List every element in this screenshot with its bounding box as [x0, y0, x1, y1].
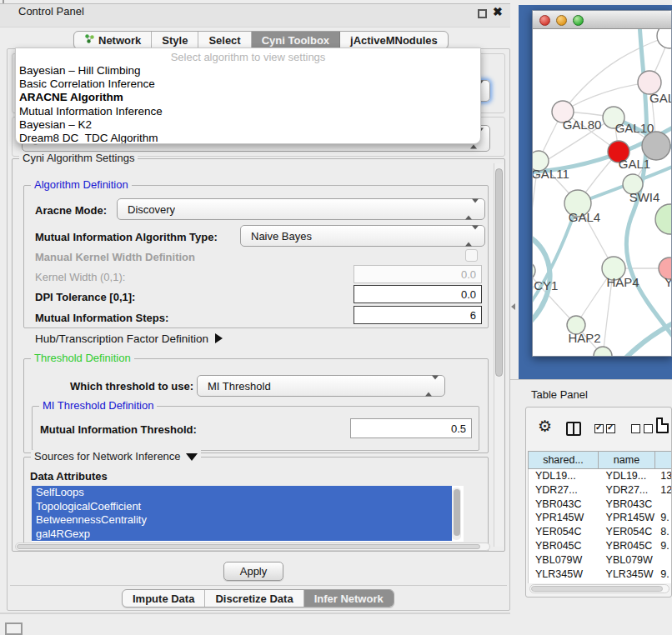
tab-infer-network[interactable]: Infer Network: [304, 590, 394, 607]
attributes-scrollbar[interactable]: [452, 488, 461, 540]
node-label: GAL2: [649, 91, 671, 105]
unchecked-checkbox-icon[interactable]: [631, 424, 640, 433]
table-cell: 9.: [655, 568, 672, 582]
splitter-collapse-icon[interactable]: [511, 303, 515, 310]
table-cell: YDR27...: [529, 483, 599, 498]
data-attribute-item[interactable]: TopologicalCoefficient: [32, 500, 452, 514]
algorithm-definition-title: Algorithm Definition: [31, 178, 132, 191]
table-cell: YIL052C: [529, 581, 599, 583]
table-row[interactable]: YPR145WYPR145W9.: [529, 511, 672, 525]
attributes-scrollbar-thumb[interactable]: [454, 489, 460, 536]
table-horizontal-scrollbar[interactable]: [529, 584, 669, 593]
hub-definition-toggle[interactable]: Hub/Transcription Factor Definition: [35, 332, 223, 345]
table-row[interactable]: YIL052CYIL052C9: [529, 581, 672, 583]
data-attribute-item[interactable]: BetweennessCentrality: [32, 513, 452, 528]
dpi-tolerance-input[interactable]: [354, 285, 482, 303]
tab-select[interactable]: Select: [198, 32, 251, 48]
network-icon: [84, 33, 95, 47]
settings-vertical-scrollbar[interactable]: [494, 163, 504, 547]
tab-cyni-toolbox[interactable]: Cyni Toolbox: [252, 32, 340, 48]
file-icon[interactable]: [656, 418, 669, 433]
algorithm-option[interactable]: Basic Correlation Inference: [16, 78, 480, 91]
algorithm-option[interactable]: Bayesian – Hill Climbing: [16, 64, 480, 78]
tab-jactivemnodules[interactable]: jActiveMNodules: [340, 32, 448, 48]
algorithm-option[interactable]: ARACNE Algorithm: [16, 91, 480, 104]
network-node[interactable]: [642, 132, 670, 160]
mi-algorithm-type-label: Mutual Information Algorithm Type:: [35, 231, 218, 243]
settings-vertical-scrollbar-thumb[interactable]: [495, 168, 503, 377]
table-cell: 9: [655, 581, 672, 583]
network-graph[interactable]: GAL2GAL80GAL10GAL1GAL11SWI4GAL4GCY1HAP4Y…: [533, 29, 671, 356]
tab-network[interactable]: Network: [74, 32, 152, 48]
checked-checkbox-icon[interactable]: [606, 424, 615, 433]
apply-button[interactable]: Apply: [223, 562, 283, 581]
column-header[interactable]: shared...: [528, 451, 599, 469]
column-header[interactable]: name: [599, 451, 655, 469]
table-cell: YIL052C: [599, 581, 656, 583]
settings-horizontal-scrollbar[interactable]: [15, 542, 490, 551]
column-header[interactable]: A: [655, 451, 672, 469]
sources-toggle[interactable]: Sources for Network Inference: [31, 450, 201, 462]
table-row[interactable]: YDR27...YDR27...12: [529, 483, 672, 498]
table-cell: YBR043C: [599, 498, 656, 512]
panel-bottom-edge: [0, 612, 517, 614]
algorithm-option[interactable]: Bayesian – K2: [16, 118, 480, 132]
network-canvas[interactable]: GAL2GAL80GAL10GAL1GAL11SWI4GAL4GCY1HAP4Y…: [533, 29, 671, 356]
data-attribute-item[interactable]: SelfLoops: [32, 486, 452, 500]
close-traffic-light-icon[interactable]: [539, 15, 550, 26]
minimize-traffic-light-icon[interactable]: [556, 15, 567, 26]
float-window-icon[interactable]: [478, 9, 487, 18]
control-panel-title: Control Panel: [18, 5, 84, 18]
tab-label: Discretize Data: [215, 592, 293, 605]
network-window-titlebar[interactable]: [533, 11, 671, 29]
algorithm-option[interactable]: Mutual Information Inference: [16, 105, 480, 118]
network-node[interactable]: [657, 29, 671, 48]
checked-checkbox-icon[interactable]: [594, 424, 604, 433]
kernel-width-input[interactable]: [354, 265, 482, 283]
tab-style[interactable]: Style: [152, 32, 198, 48]
algorithm-option[interactable]: Dream8 DC_TDC Algorithm: [16, 132, 480, 144]
mi-algorithm-type-combo[interactable]: Naive Bayes: [240, 225, 485, 247]
table-row[interactable]: YLR345WYLR345W9.: [529, 568, 672, 582]
data-attributes-list[interactable]: SelfLoopsTopologicalCoefficientBetweenne…: [32, 486, 464, 542]
combo-arrows-icon: [465, 203, 479, 216]
which-threshold-combo[interactable]: MI Threshold: [197, 375, 445, 397]
aracne-mode-combo[interactable]: Discovery: [117, 198, 485, 220]
table-cell: YLR345W: [599, 568, 656, 582]
network-edge: [563, 82, 649, 112]
mi-threshold-input[interactable]: [350, 418, 472, 438]
node-table[interactable]: shared...nameA YDL19...YDL19...13YDR27..…: [528, 451, 672, 583]
table-row[interactable]: YDL19...YDL19...13: [529, 469, 672, 483]
settings-horizontal-scrollbar-thumb[interactable]: [17, 544, 480, 549]
table-cell: YLR345W: [529, 568, 599, 582]
tab-discretize-data[interactable]: Discretize Data: [205, 590, 303, 607]
table-row[interactable]: YBL079WYBL079W: [529, 553, 672, 568]
gear-icon[interactable]: ⚙: [538, 418, 552, 434]
network-node[interactable]: [655, 204, 671, 234]
collapsed-panel-icon[interactable]: [5, 622, 23, 635]
expand-right-icon: [215, 333, 223, 343]
table-cell: YBR045C: [529, 539, 599, 553]
manual-kernel-width-checkbox[interactable]: [465, 249, 478, 262]
tab-impute-data[interactable]: Impute Data: [123, 590, 205, 607]
network-node-gcy1[interactable]: [533, 262, 535, 280]
aracne-mode-label: Aracne Mode:: [35, 204, 107, 217]
node-label: GAL4: [569, 210, 600, 224]
table-row[interactable]: YBR045CYBR045C9.: [529, 539, 672, 553]
combo-arrows-icon: [425, 380, 439, 392]
columns-icon[interactable]: [566, 422, 581, 436]
node-label: Y: [664, 275, 671, 289]
algorithm-dropdown-popup: Select algorithm to view settings Bayesi…: [15, 48, 481, 144]
data-attribute-item[interactable]: gal4RGexp: [32, 528, 452, 542]
table-horizontal-scrollbar-thumb[interactable]: [531, 586, 663, 592]
table-row[interactable]: YBR043CYBR043C: [529, 498, 672, 512]
zoom-traffic-light-icon[interactable]: [573, 15, 584, 26]
which-threshold-label: Which threshold to use:: [70, 380, 193, 392]
table-card: ⚙ shared...nameA YDL19...YDL19...13YDR27…: [525, 407, 672, 598]
table-row[interactable]: YER054CYER054C8.: [529, 525, 672, 539]
close-icon[interactable]: ✖: [493, 5, 503, 18]
mi-steps-input[interactable]: [354, 306, 482, 324]
table-cell: 9.: [655, 511, 672, 525]
unchecked-checkbox-icon[interactable]: [644, 424, 653, 433]
network-window[interactable]: GAL2GAL80GAL10GAL1GAL11SWI4GAL4GCY1HAP4Y…: [532, 10, 672, 357]
